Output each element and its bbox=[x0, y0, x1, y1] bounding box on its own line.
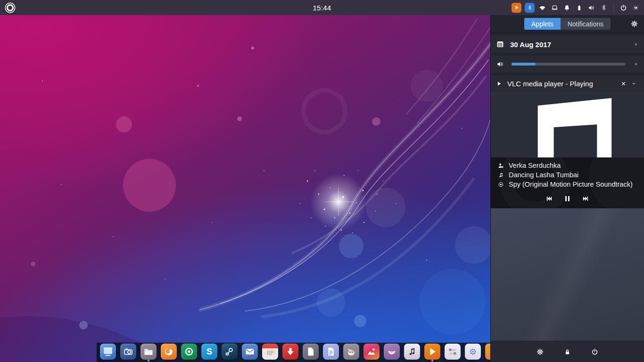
raven-bottom-bar bbox=[491, 341, 644, 362]
artist-row: Verka Serduchka bbox=[491, 161, 644, 170]
volume-slider-fill bbox=[512, 63, 536, 66]
dock-slot-clipped-app bbox=[485, 343, 490, 362]
speaker-icon bbox=[496, 60, 504, 68]
dock: S bbox=[97, 343, 490, 362]
calendar-expand-icon[interactable] bbox=[633, 41, 639, 47]
dock-slot-gimp bbox=[343, 343, 359, 362]
dock-slot-vlc bbox=[424, 343, 440, 362]
battery-icon[interactable] bbox=[575, 3, 584, 12]
power-icon[interactable] bbox=[619, 3, 628, 12]
album-row: Spy (Original Motion Picture Soundtrack) bbox=[491, 180, 644, 189]
calendar-applet-row[interactable]: 30 Aug 2017 bbox=[491, 36, 644, 53]
dock-item-mail[interactable] bbox=[242, 344, 258, 360]
next-button[interactable] bbox=[580, 193, 592, 204]
dock-item-steam[interactable] bbox=[222, 344, 238, 360]
dock-slot-camera bbox=[120, 343, 136, 362]
raven-sidebar: Applets Notifications 30 Aug 2017 VLC me… bbox=[490, 15, 644, 362]
raven-settings-button[interactable] bbox=[628, 18, 640, 30]
dock-item-cheese[interactable] bbox=[384, 344, 400, 360]
artist-icon bbox=[497, 162, 504, 169]
volume-expand-icon[interactable] bbox=[633, 61, 639, 67]
chevron-down-icon[interactable] bbox=[628, 79, 639, 89]
desktop-screen: 15:44 S Applets Notifications 30 Aug 201… bbox=[0, 0, 644, 362]
track-name: Dancing Lasha Tumbai bbox=[509, 171, 578, 179]
budgie-logo-icon bbox=[7, 4, 14, 11]
tab-applets[interactable]: Applets bbox=[524, 18, 561, 30]
dock-item-firefox[interactable] bbox=[161, 344, 177, 360]
bluetooth-status-icon[interactable] bbox=[599, 3, 608, 12]
album-art bbox=[491, 92, 644, 157]
artist-name: Verka Serduchka bbox=[509, 162, 561, 169]
dock-slot-settings-toggles bbox=[445, 343, 461, 362]
raven-toggle-icon[interactable] bbox=[631, 3, 640, 12]
volume-applet-row bbox=[491, 56, 644, 73]
dock-slot-mail bbox=[242, 343, 258, 362]
dock-slot-chromium bbox=[181, 343, 197, 362]
previous-button[interactable] bbox=[544, 193, 555, 204]
music-note-icon bbox=[497, 172, 504, 179]
notifications-bell-icon[interactable] bbox=[562, 3, 571, 12]
dock-item-transmission[interactable] bbox=[282, 344, 298, 360]
wifi-icon[interactable] bbox=[538, 3, 547, 12]
raven-tabs: Applets Notifications bbox=[524, 18, 611, 30]
raven-empty-area bbox=[491, 208, 644, 341]
playback-controls bbox=[491, 193, 644, 204]
system-tray bbox=[512, 3, 644, 13]
vlc-tray-icon[interactable] bbox=[512, 3, 521, 13]
settings-button[interactable] bbox=[532, 345, 548, 359]
track-row: Dancing Lasha Tumbai bbox=[491, 170, 644, 180]
dock-item-vlc[interactable] bbox=[424, 344, 440, 360]
dock-item-camera[interactable] bbox=[120, 344, 136, 360]
dock-item-calendar[interactable] bbox=[262, 344, 278, 360]
dock-item-writer[interactable] bbox=[323, 344, 339, 360]
dock-item-app-grid[interactable] bbox=[465, 344, 481, 360]
bluetooth-manager-icon[interactable] bbox=[525, 3, 535, 13]
dock-item-chromium[interactable] bbox=[181, 344, 197, 360]
gear-icon bbox=[630, 20, 638, 28]
album-name: Spy (Original Motion Picture Soundtrack) bbox=[509, 181, 633, 188]
power-button[interactable] bbox=[587, 345, 603, 359]
calendar-icon bbox=[496, 40, 504, 49]
skype-letter-icon: S bbox=[206, 347, 212, 357]
dock-item-gimp[interactable] bbox=[343, 344, 359, 360]
dock-item-libreoffice[interactable] bbox=[303, 344, 319, 360]
dock-item-settings-toggles[interactable] bbox=[445, 344, 461, 360]
dock-item-desktop[interactable] bbox=[100, 344, 116, 360]
dock-slot-skype: S bbox=[201, 343, 217, 362]
dock-slot-photos bbox=[363, 343, 380, 362]
tab-notifications[interactable]: Notifications bbox=[561, 18, 611, 30]
mpris-title: VLC media player - Playing bbox=[507, 80, 593, 88]
display-icon[interactable] bbox=[550, 3, 559, 12]
running-indicator bbox=[431, 360, 433, 362]
lock-button[interactable] bbox=[560, 345, 576, 359]
dock-item-files[interactable] bbox=[140, 344, 157, 360]
dock-item-photos[interactable] bbox=[363, 344, 380, 360]
track-info-overlay: Verka Serduchka Dancing Lasha Tumbai Spy… bbox=[491, 157, 644, 208]
dock-slot-steam bbox=[222, 343, 238, 362]
play-status-icon bbox=[496, 81, 502, 87]
dock-item-skype[interactable]: S bbox=[201, 344, 217, 360]
calendar-date: 30 Aug 2017 bbox=[510, 41, 551, 49]
pause-button[interactable] bbox=[562, 193, 573, 204]
dock-slot-desktop bbox=[100, 343, 116, 362]
budgie-menu-button[interactable] bbox=[4, 1, 16, 14]
dock-slot-firefox bbox=[161, 343, 177, 362]
dock-slot-files bbox=[140, 343, 157, 362]
volume-icon[interactable] bbox=[587, 3, 596, 12]
panel-clock[interactable]: 15:44 bbox=[313, 4, 331, 12]
raven-header: Applets Notifications bbox=[491, 15, 644, 33]
tray-separator bbox=[613, 4, 614, 11]
dock-slot-cheese bbox=[384, 343, 400, 362]
dock-slot-music bbox=[404, 343, 420, 362]
dock-slot-transmission bbox=[282, 343, 298, 362]
mpris-close-button[interactable] bbox=[618, 79, 628, 89]
dock-slot-app-grid bbox=[465, 343, 481, 362]
volume-slider[interactable] bbox=[512, 63, 626, 66]
dock-item-music[interactable] bbox=[404, 344, 420, 360]
mpris-header: VLC media player - Playing bbox=[491, 75, 644, 92]
disc-icon bbox=[497, 181, 504, 188]
dock-item-clipped-app[interactable] bbox=[485, 344, 490, 360]
dock-slot-calendar bbox=[262, 343, 278, 362]
running-indicator bbox=[148, 360, 149, 362]
mpris-widget: VLC media player - Playing Verka Serduch… bbox=[491, 75, 644, 208]
